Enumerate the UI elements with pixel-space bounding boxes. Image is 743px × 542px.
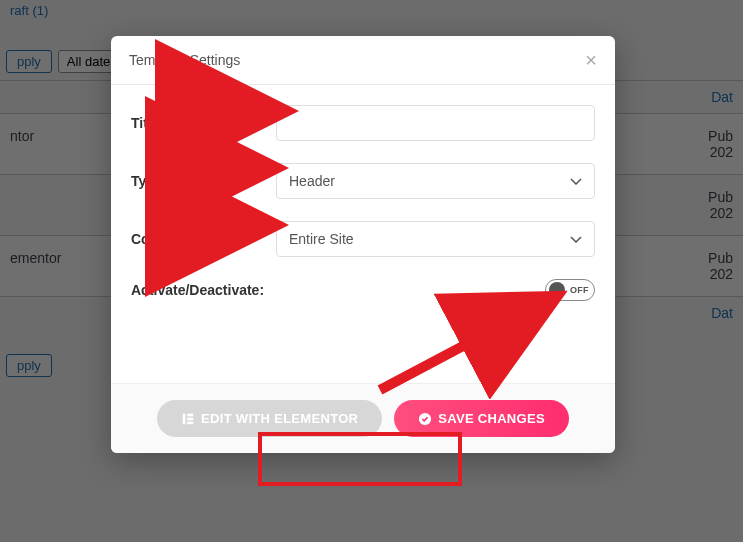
activate-toggle[interactable]: OFF [545,279,595,301]
modal-title: Template Settings [129,52,240,68]
close-icon[interactable]: × [585,50,597,70]
modal-header: Template Settings × [111,36,615,85]
save-button-label: SAVE CHANGES [438,411,545,426]
elementor-icon [181,412,195,426]
toggle-knob [549,282,565,298]
conditions-select[interactable]: Entire Site [276,221,595,257]
conditions-label: Conditions: [131,231,276,247]
title-label: Title: [131,115,276,131]
type-label: Type: [131,173,276,189]
highlight-edit-button [258,432,462,486]
activate-label: Activate/Deactivate: [131,282,264,298]
check-icon [418,412,432,426]
type-select[interactable]: Header [276,163,595,199]
svg-rect-1 [187,413,193,416]
title-input[interactable] [276,105,595,141]
svg-rect-0 [183,413,186,424]
toggle-state: OFF [570,285,589,295]
svg-rect-3 [187,421,193,424]
template-settings-modal: Template Settings × Title: Type: Header … [111,36,615,453]
svg-rect-2 [187,417,193,420]
edit-button-label: EDIT WITH ELEMENTOR [201,411,358,426]
